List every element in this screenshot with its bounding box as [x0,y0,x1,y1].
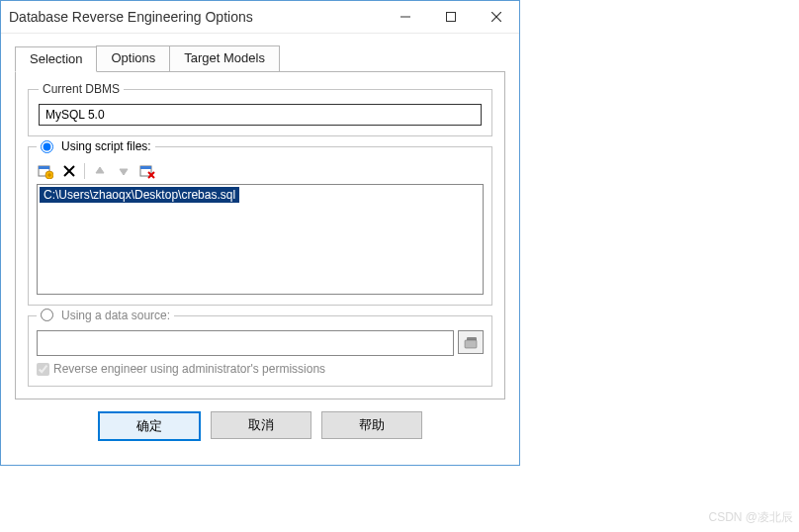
admin-permissions-label: Reverse engineer using administrator's p… [53,362,325,376]
tab-selection[interactable]: Selection [15,46,97,72]
toolbar-separator [84,163,85,179]
data-source-row [37,330,484,356]
tab-target-models[interactable]: Target Models [169,45,280,71]
tab-panel-selection: Current DBMS Using script files: [15,71,505,399]
dialog-button-row: 确定 取消 帮助 [15,399,505,455]
maximize-button[interactable] [428,1,474,33]
cancel-button[interactable]: 取消 [211,411,311,439]
script-files-group: Using script files: [28,146,492,306]
script-file-list[interactable]: C:\Users\zhaoqx\Desktop\crebas.sql [37,184,484,295]
close-button[interactable] [474,1,519,33]
script-files-radio-row[interactable]: Using script files: [37,139,155,153]
dialog-content: Selection Options Target Models Current … [1,34,519,465]
add-file-icon[interactable] [37,162,54,180]
admin-permissions-checkbox [37,363,49,376]
ok-button[interactable]: 确定 [98,411,201,441]
move-down-icon [115,162,133,180]
clear-files-icon[interactable] [138,162,156,180]
current-dbms-group: Current DBMS [28,82,492,136]
delete-file-icon[interactable] [60,162,78,180]
data-source-browse-button[interactable] [458,330,484,354]
script-files-radio[interactable] [41,140,53,153]
window-controls [383,1,519,33]
script-file-item[interactable]: C:\Users\zhaoqx\Desktop\crebas.sql [40,187,239,203]
data-source-label: Using a data source: [61,309,170,322]
tab-bar: Selection Options Target Models [15,45,505,71]
data-source-input [37,330,454,356]
svg-rect-5 [39,166,49,169]
svg-marker-12 [120,169,128,175]
move-up-icon [91,162,109,180]
data-source-radio-row[interactable]: Using a data source: [37,309,174,322]
current-dbms-input[interactable] [39,104,482,126]
script-toolbar [37,162,484,180]
dialog-window: Database Reverse Engineering Options Sel… [0,0,520,466]
titlebar: Database Reverse Engineering Options [1,1,519,34]
tab-options[interactable]: Options [96,45,170,71]
admin-permissions-row: Reverse engineer using administrator's p… [37,362,484,376]
svg-rect-14 [140,166,151,169]
script-files-label: Using script files: [61,139,151,153]
svg-marker-11 [96,167,104,173]
data-source-radio[interactable] [41,309,53,321]
help-button[interactable]: 帮助 [321,411,422,439]
data-source-group: Using a data source: Reverse engineer us… [28,315,492,388]
minimize-button[interactable] [383,1,428,33]
window-title: Database Reverse Engineering Options [9,9,383,25]
current-dbms-legend: Current DBMS [39,82,124,96]
svg-rect-1 [447,13,456,22]
svg-rect-18 [465,340,477,348]
